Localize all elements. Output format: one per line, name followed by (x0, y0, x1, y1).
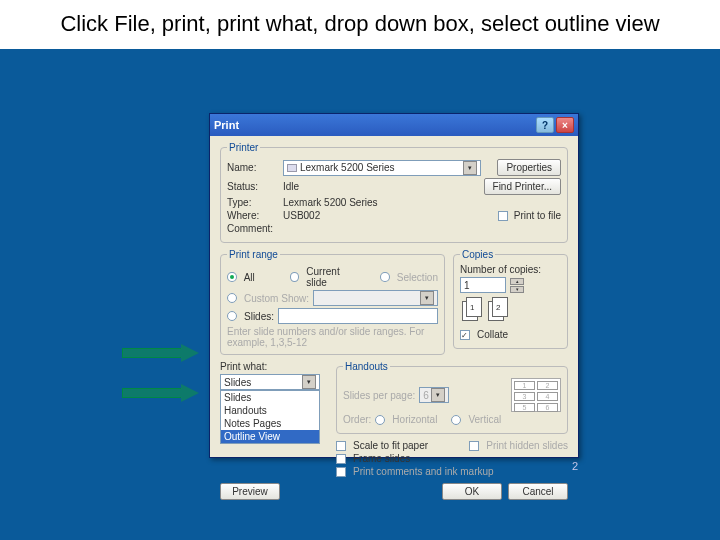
chevron-down-icon[interactable]: ▾ (302, 375, 316, 389)
order-label: Order: (343, 414, 371, 425)
handouts-group: Handouts Slides per page: 6 ▾ 1 2 3 4 5 (336, 361, 568, 434)
printer-icon (287, 164, 297, 172)
copies-stepper[interactable]: ▴ ▾ (510, 278, 524, 293)
dialog-title: Print (214, 119, 239, 131)
print-what-label: Print what: (220, 361, 328, 372)
scale-checkbox[interactable] (336, 441, 346, 451)
chevron-down-icon: ▾ (420, 291, 434, 305)
properties-button[interactable]: Properties (497, 159, 561, 176)
range-selection-radio (380, 272, 390, 282)
name-label: Name: (227, 162, 279, 173)
copies-legend: Copies (460, 249, 495, 260)
range-legend: Print range (227, 249, 280, 260)
preview-slot: 1 (514, 381, 535, 390)
chevron-down-icon: ▾ (431, 388, 445, 402)
range-current-label: Current slide (306, 266, 360, 288)
hidden-checkbox (469, 441, 479, 451)
print-to-file-checkbox[interactable] (498, 211, 508, 221)
range-all-label: All (244, 272, 255, 283)
help-button[interactable]: ? (536, 117, 554, 133)
chevron-down-icon[interactable]: ▾ (463, 161, 477, 175)
guide-arrow-1 (122, 344, 202, 362)
comments-label: Print comments and ink markup (353, 466, 494, 477)
order-horizontal-label: Horizontal (392, 414, 437, 425)
copies-number-label: Number of copies: (460, 264, 561, 275)
scale-label: Scale to fit paper (353, 440, 428, 451)
collate-checkbox[interactable] (460, 330, 470, 340)
print-what-option-outline[interactable]: Outline View (221, 430, 319, 443)
slides-per-page-select: 6 ▾ (419, 387, 449, 403)
print-to-file-label: Print to file (514, 210, 561, 221)
comment-label: Comment: (227, 223, 279, 234)
frame-checkbox[interactable] (336, 454, 346, 464)
slides-per-page-value: 6 (423, 390, 429, 401)
slide-title: Click File, print, print what, drop down… (0, 0, 720, 49)
slides-input[interactable] (278, 308, 438, 324)
preview-slot: 2 (537, 381, 558, 390)
preview-slot: 4 (537, 392, 558, 401)
where-value: USB002 (283, 210, 320, 221)
dialog-titlebar: Print ? × (210, 114, 578, 136)
printer-legend: Printer (227, 142, 260, 153)
preview-slot: 5 (514, 403, 535, 412)
step-up-icon[interactable]: ▴ (510, 278, 524, 285)
print-what-value: Slides (224, 377, 251, 388)
print-what-dropdown-list[interactable]: Slides Handouts Notes Pages Outline View (220, 390, 320, 444)
slides-per-page-label: Slides per page: (343, 390, 415, 401)
handout-preview: 1 2 3 4 5 6 (511, 378, 561, 412)
print-what-select[interactable]: Slides ▾ (220, 374, 320, 390)
close-button[interactable]: × (556, 117, 574, 133)
copies-input[interactable]: 1 (460, 277, 506, 293)
range-slides-label: Slides: (244, 311, 274, 322)
range-all-radio[interactable] (227, 272, 237, 282)
step-down-icon[interactable]: ▾ (510, 286, 524, 293)
print-what-option-notes[interactable]: Notes Pages (221, 417, 319, 430)
guide-arrow-2 (122, 384, 202, 402)
print-what-option-slides[interactable]: Slides (221, 391, 319, 404)
handouts-legend: Handouts (343, 361, 390, 372)
copies-group: Copies Number of copies: 1 ▴ ▾ 1 (453, 249, 568, 349)
printer-name-value: Lexmark 5200 Series (300, 162, 395, 173)
type-value: Lexmark 5200 Series (283, 197, 378, 208)
custom-show-radio (227, 293, 237, 303)
status-label: Status: (227, 181, 279, 192)
where-label: Where: (227, 210, 279, 221)
preview-slot: 6 (537, 403, 558, 412)
printer-name-select[interactable]: Lexmark 5200 Series ▾ (283, 160, 481, 176)
sheet-number: 2 (496, 303, 500, 312)
order-horizontal-radio (375, 415, 385, 425)
copies-preview: 1 2 (460, 295, 510, 327)
collate-label: Collate (477, 329, 508, 340)
preview-button[interactable]: Preview (220, 483, 280, 500)
range-slides-radio[interactable] (227, 311, 237, 321)
cancel-button[interactable]: Cancel (508, 483, 568, 500)
custom-show-label: Custom Show: (244, 293, 309, 304)
print-what-option-handouts[interactable]: Handouts (221, 404, 319, 417)
range-selection-label: Selection (397, 272, 438, 283)
order-vertical-radio (451, 415, 461, 425)
range-hint: Enter slide numbers and/or slide ranges.… (227, 326, 438, 348)
preview-slot: 3 (514, 392, 535, 401)
ok-button[interactable]: OK (442, 483, 502, 500)
status-value: Idle (283, 181, 299, 192)
custom-show-select: ▾ (313, 290, 438, 306)
print-range-group: Print range All Current slide Selection … (220, 249, 445, 355)
find-printer-button[interactable]: Find Printer... (484, 178, 561, 195)
hidden-label: Print hidden slides (486, 440, 568, 451)
frame-label: Frame slides (353, 453, 410, 464)
order-vertical-label: Vertical (468, 414, 501, 425)
comments-checkbox (336, 467, 346, 477)
type-label: Type: (227, 197, 279, 208)
range-current-radio[interactable] (290, 272, 300, 282)
sheet-number: 1 (470, 303, 474, 312)
printer-group: Printer Name: Lexmark 5200 Series ▾ Prop… (220, 142, 568, 243)
print-dialog: Print ? × Printer Name: Lexmark 5200 Ser… (209, 113, 579, 458)
